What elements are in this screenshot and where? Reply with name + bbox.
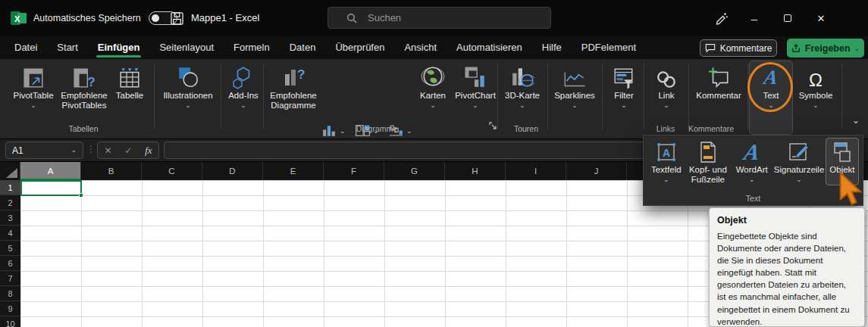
- row-header-5[interactable]: 5: [0, 241, 20, 256]
- tab-hilfe[interactable]: Hilfe: [532, 36, 572, 59]
- column-header-F[interactable]: F: [324, 162, 384, 180]
- tab-ueberpruefen[interactable]: Überprüfen: [325, 36, 394, 59]
- sparklines-icon: [562, 70, 588, 89]
- pivottable-button[interactable]: PivotTable ⌄: [6, 62, 61, 135]
- row-header-1[interactable]: 1: [0, 180, 20, 195]
- tooltip-title: Objekt: [717, 215, 857, 226]
- column-header-D[interactable]: D: [202, 162, 263, 180]
- pivotchart-chevron-icon: ⌄: [472, 102, 478, 109]
- column-header-B[interactable]: B: [81, 162, 142, 180]
- svg-text:?: ?: [297, 67, 305, 82]
- select-all-button[interactable]: [0, 162, 20, 180]
- column-header-H[interactable]: H: [445, 162, 506, 180]
- comments-button[interactable]: Kommentare: [700, 39, 777, 57]
- comments-label: Kommentare: [720, 43, 772, 54]
- tab-daten[interactable]: Daten: [280, 36, 326, 59]
- formula-bar-grip[interactable]: ⋮: [86, 144, 96, 154]
- selected-cell-a1[interactable]: [20, 180, 82, 196]
- karten-button[interactable]: Karten ⌄: [414, 62, 452, 135]
- tab-start[interactable]: Start: [47, 36, 87, 59]
- row-header-9[interactable]: 9: [0, 301, 20, 316]
- row-header-2[interactable]: 2: [0, 195, 20, 210]
- group-label-kommentare: Kommentare: [688, 124, 734, 133]
- menu-item-signaturzeile[interactable]: Signaturzeile ⌄: [772, 138, 826, 185]
- row-header-8[interactable]: 8: [0, 286, 20, 301]
- filter-icon: [613, 67, 635, 89]
- symbole-button[interactable]: Ω Symbole ⌄: [794, 62, 837, 135]
- minimize-icon: –: [751, 12, 757, 25]
- group-divider: [547, 64, 548, 129]
- waterfall-chart-chevron-icon: ⌄: [406, 128, 412, 135]
- addins-button[interactable]: Add-Ins ⌄: [224, 62, 262, 135]
- save-button[interactable]: [168, 11, 185, 26]
- search-icon: [346, 13, 357, 23]
- column-header-I[interactable]: I: [506, 162, 566, 180]
- row-header-7[interactable]: 7: [0, 271, 20, 286]
- ribbon-tab-bar: Datei Start Einfügen Seitenlayout Formel…: [0, 36, 868, 59]
- row-header-3[interactable]: 3: [0, 210, 20, 226]
- name-box[interactable]: A1 ⌄: [5, 142, 83, 159]
- tooltip-body: Eingebettete Objekte sind Dokumente oder…: [717, 230, 857, 327]
- ribbon-collapse-chevron-icon[interactable]: ⌄: [852, 115, 860, 126]
- tabelle-button[interactable]: Tabelle: [108, 62, 152, 135]
- svg-text:?: ?: [87, 74, 95, 89]
- tab-seitenlayout[interactable]: Seitenlayout: [149, 36, 224, 59]
- share-button[interactable]: Freigeben ⌄: [787, 39, 864, 58]
- search-placeholder: Suchen: [368, 12, 401, 23]
- search-input[interactable]: Suchen: [327, 7, 551, 29]
- filter-chevron-icon: ⌄: [621, 102, 627, 109]
- illustrationen-button[interactable]: Illustrationen ⌄: [158, 62, 218, 135]
- fill-handle[interactable]: [79, 193, 83, 198]
- column-header-E[interactable]: E: [263, 162, 324, 180]
- maximize-button[interactable]: [776, 8, 799, 28]
- group-divider: [841, 64, 842, 129]
- menu-item-wordart[interactable]: A WordArt ⌄: [731, 138, 772, 185]
- tab-datei[interactable]: Datei: [5, 36, 47, 59]
- pivottable-chevron-icon: ⌄: [30, 102, 36, 109]
- group-label-tabellen: Tabellen: [68, 124, 98, 133]
- enter-button[interactable]: ✓: [124, 145, 132, 156]
- excel-window: X Automatisches Speichern Mappe1 - Excel…: [0, 0, 868, 327]
- minimize-button[interactable]: –: [743, 8, 766, 28]
- symbole-omega-icon: Ω: [809, 71, 823, 89]
- column-chart-icon: [321, 124, 337, 137]
- column-header-J[interactable]: J: [566, 162, 627, 180]
- save-icon: [171, 12, 183, 25]
- filter-button[interactable]: Filter ⌄: [606, 62, 642, 135]
- tab-pdfelement[interactable]: PDFelement: [572, 36, 646, 59]
- empfohlene-pivottables-icon: ?: [73, 67, 96, 89]
- feedback-button[interactable]: [710, 8, 732, 28]
- cancel-button[interactable]: ✕: [104, 145, 111, 156]
- close-button[interactable]: ✕: [810, 8, 832, 28]
- signaturzeile-icon: [788, 141, 810, 164]
- empfohlene-diagramme-icon: ?: [282, 67, 305, 89]
- tab-einfuegen[interactable]: Einfügen: [88, 36, 150, 59]
- pivottable-icon: [22, 67, 45, 89]
- name-box-chevron-icon[interactable]: ⌄: [71, 147, 77, 154]
- menu-item-kopf-fusszeile[interactable]: Kopf- und Fußzeile: [685, 138, 732, 185]
- title-bar: X Automatisches Speichern Mappe1 - Excel…: [0, 0, 868, 36]
- empfohlene-diagramme-button[interactable]: ? Empfohlene Diagramme: [265, 62, 321, 135]
- tab-formeln[interactable]: Formeln: [224, 36, 280, 59]
- sparklines-button[interactable]: Sparklines ⌄: [550, 62, 599, 135]
- column-header-A[interactable]: A: [20, 162, 81, 180]
- link-chevron-icon: ⌄: [663, 102, 669, 109]
- svg-text:A: A: [663, 147, 670, 159]
- row-header-10[interactable]: 10: [0, 316, 20, 327]
- tab-automatisieren[interactable]: Automatisieren: [447, 36, 532, 59]
- menu-item-textfeld[interactable]: A Textfeld ⌄: [647, 138, 685, 185]
- row-header-6[interactable]: 6: [0, 256, 20, 271]
- insert-function-button[interactable]: fx: [145, 145, 152, 157]
- tab-ansicht[interactable]: Ansicht: [394, 36, 447, 59]
- share-chevron-icon[interactable]: ⌄: [854, 45, 860, 52]
- column-chart-button[interactable]: ⌄: [321, 124, 346, 137]
- column-header-G[interactable]: G: [384, 162, 445, 180]
- row-header-4[interactable]: 4: [0, 226, 20, 241]
- group-label-diagramme: Diagramme: [356, 124, 397, 133]
- maximize-icon: [784, 14, 791, 22]
- karten-globe-icon: [421, 65, 445, 89]
- column-header-C[interactable]: C: [142, 162, 202, 180]
- tabelle-icon: [118, 67, 141, 89]
- share-icon: [791, 43, 801, 53]
- karte3d-icon: [510, 65, 534, 89]
